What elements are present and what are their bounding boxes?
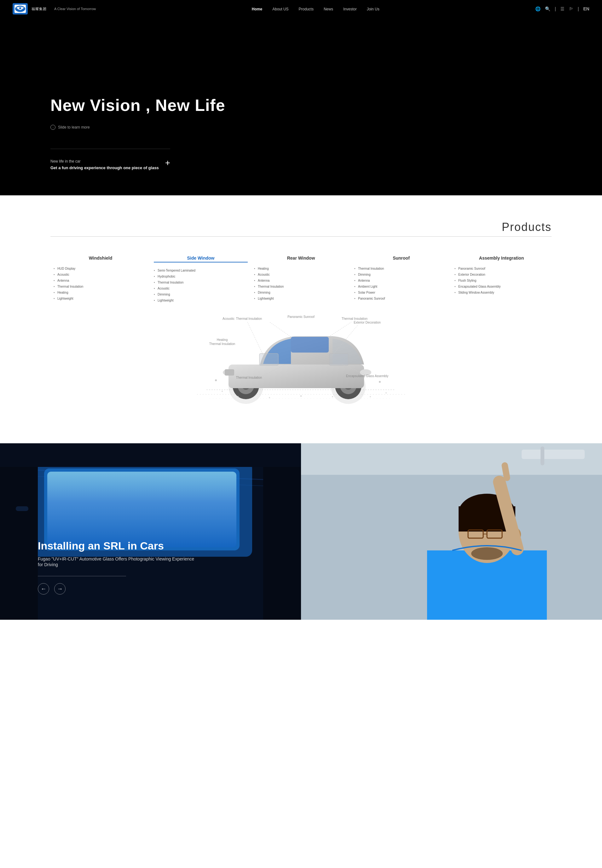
srl-divider xyxy=(38,576,126,576)
rear-window-title[interactable]: Rear Window xyxy=(254,256,348,261)
list-item: Acoustic xyxy=(54,273,147,276)
car-svg: Thermal Insulation Thermal Insulation Ac… xyxy=(191,311,411,405)
svg-rect-53 xyxy=(16,506,28,511)
windshield-title[interactable]: Windshield xyxy=(54,256,147,261)
svg-point-20 xyxy=(215,379,217,381)
list-item: Dimming xyxy=(354,273,448,276)
hero-sub-line2: Get a fun driving experience through one… xyxy=(51,166,159,170)
srl-next-button[interactable]: → xyxy=(54,583,66,595)
scroll-icon: ↓ xyxy=(51,125,55,130)
nav-menu: Home About US Products News Investor Joi… xyxy=(252,6,379,12)
svg-text:Panoramic Sunroof: Panoramic Sunroof xyxy=(287,315,315,319)
brand-tagline: A Clear Vision of Tomorrow xyxy=(54,7,96,11)
hero-content: New Vision , New Life ↓ Slide to learn m… xyxy=(0,0,602,189)
product-column-assembly: Assembly Integration Panoramic Sunroof E… xyxy=(452,256,551,305)
hero-divider xyxy=(51,149,170,149)
svg-point-22 xyxy=(379,381,381,383)
menu-icon[interactable]: ☰ xyxy=(561,6,565,11)
brand-logo-inner xyxy=(14,5,26,13)
srl-nav-arrows: ← → xyxy=(38,583,194,595)
svg-rect-15 xyxy=(260,354,278,365)
flag-icon: 🏳 xyxy=(569,6,573,11)
nav-icons: 🌐 🔍 | ☰ 🏳 | EN xyxy=(535,6,590,11)
lang-selector[interactable]: EN xyxy=(584,6,590,11)
nav-item-about[interactable]: About US xyxy=(272,6,289,12)
svg-point-26 xyxy=(332,396,333,397)
svg-rect-51 xyxy=(263,443,301,620)
nav-item-home[interactable]: Home xyxy=(252,6,262,12)
list-item: Flush Styling xyxy=(455,279,548,282)
svg-point-1 xyxy=(19,7,21,9)
nav-divider-1: | xyxy=(555,6,556,11)
list-item: HUD Display xyxy=(54,267,147,270)
brand-logo xyxy=(12,3,28,14)
list-item: Thermal Insulation xyxy=(254,285,348,288)
list-item: Antenna xyxy=(254,279,348,282)
search-icon[interactable]: 🔍 xyxy=(545,6,550,11)
nav-item-news[interactable]: News xyxy=(324,6,333,12)
assembly-title[interactable]: Assembly Integration xyxy=(455,256,548,261)
svg-rect-52 xyxy=(0,443,301,467)
car-diagram: Thermal Insulation Thermal Insulation Ac… xyxy=(51,305,551,412)
list-item: Ambient Light xyxy=(354,285,448,288)
product-column-sunroof: Sunroof Thermal Insulation Dimming Anten… xyxy=(351,256,452,305)
hero-sub: New life in the car Get a fun driving ex… xyxy=(51,159,159,170)
list-item: Heating xyxy=(254,267,348,270)
svg-rect-19 xyxy=(225,369,234,376)
svg-rect-16 xyxy=(329,354,348,365)
product-column-rear-window: Rear Window Heating Acoustic Antenna The… xyxy=(251,256,351,305)
svg-line-29 xyxy=(269,322,291,337)
nav-item-join[interactable]: Join Us xyxy=(367,6,379,12)
list-item: Panoramic Sunroof xyxy=(354,297,448,300)
srl-prev-button[interactable]: ← xyxy=(38,583,49,595)
list-item: Acoustic xyxy=(254,273,348,276)
sunroof-title[interactable]: Sunroof xyxy=(354,256,448,261)
hero-title: New Vision , New Life xyxy=(51,96,602,115)
srl-desc1: Fugao "UV+IR-CUT" Automotive Glass Offer… xyxy=(38,557,194,561)
hero-bottom: New life in the car Get a fun driving ex… xyxy=(51,159,170,170)
svg-text:Encapsulated Glass Assembly: Encapsulated Glass Assembly xyxy=(346,374,389,378)
list-item: Thermal Insulation xyxy=(154,281,248,284)
hero-sub-line1: New life in the car xyxy=(51,159,159,164)
svg-text:Acoustic: Acoustic xyxy=(223,317,235,321)
srl-bg-right xyxy=(301,443,602,620)
srl-main-title: Installing an SRL in Cars xyxy=(38,540,194,552)
svg-point-62 xyxy=(471,547,503,560)
hero-expand-button[interactable]: + xyxy=(165,158,170,168)
side-window-title[interactable]: Side Window xyxy=(154,256,248,262)
product-column-side-window: Side Window Semi-Tempered Laminated Hydr… xyxy=(150,256,251,305)
hero-slide-hint: ↓ Slide to learn more xyxy=(51,125,602,130)
navbar: 福耀集团 A Clear Vision of Tomorrow Home Abo… xyxy=(0,0,602,18)
svg-text:Exterior Decoration: Exterior Decoration xyxy=(354,321,381,324)
svg-line-31 xyxy=(247,322,263,355)
products-title: Products xyxy=(51,221,551,234)
svg-rect-14 xyxy=(291,337,329,353)
nav-item-products[interactable]: Products xyxy=(299,6,313,12)
list-item: Encapsulated Glass Assembly xyxy=(455,285,548,288)
svg-rect-49 xyxy=(47,472,236,547)
list-item: Antenna xyxy=(354,279,448,282)
globe-icon[interactable]: 🌐 xyxy=(535,6,541,11)
list-item: Lightweight xyxy=(254,297,348,300)
list-item: Panoramic Sunroof xyxy=(455,267,548,270)
nav-divider-2: | xyxy=(578,6,579,11)
list-item: Hydrophobic xyxy=(154,275,248,278)
svg-point-21 xyxy=(221,391,223,392)
hero-section: New Vision , New Life ↓ Slide to learn m… xyxy=(0,0,602,195)
list-item: Semi-Tempered Laminated xyxy=(154,269,248,272)
page-wrapper: 福耀集团 A Clear Vision of Tomorrow Home Abo… xyxy=(0,0,602,620)
nav-item-investor[interactable]: Investor xyxy=(343,6,357,12)
brand: 福耀集团 A Clear Vision of Tomorrow xyxy=(12,3,96,14)
svg-text:Thermal Insulation: Thermal Insulation xyxy=(236,317,262,321)
product-column-windshield: Windshield HUD Display Acoustic Antenna … xyxy=(51,256,150,305)
rear-window-list: Heating Acoustic Antenna Thermal Insulat… xyxy=(254,267,348,300)
list-item: Thermal Insulation xyxy=(54,285,147,288)
sunroof-list: Thermal Insulation Dimming Antenna Ambie… xyxy=(354,267,448,300)
list-item: Heating xyxy=(54,291,147,294)
products-grid: Windshield HUD Display Acoustic Antenna … xyxy=(51,256,551,305)
products-title-underline xyxy=(51,236,551,237)
svg-rect-56 xyxy=(522,449,585,459)
side-window-list: Semi-Tempered Laminated Hydrophobic Ther… xyxy=(154,269,248,302)
srl-section: Installing an SRL in Cars Fugao "UV+IR-C… xyxy=(0,443,602,620)
list-item: Solar Power xyxy=(354,291,448,294)
